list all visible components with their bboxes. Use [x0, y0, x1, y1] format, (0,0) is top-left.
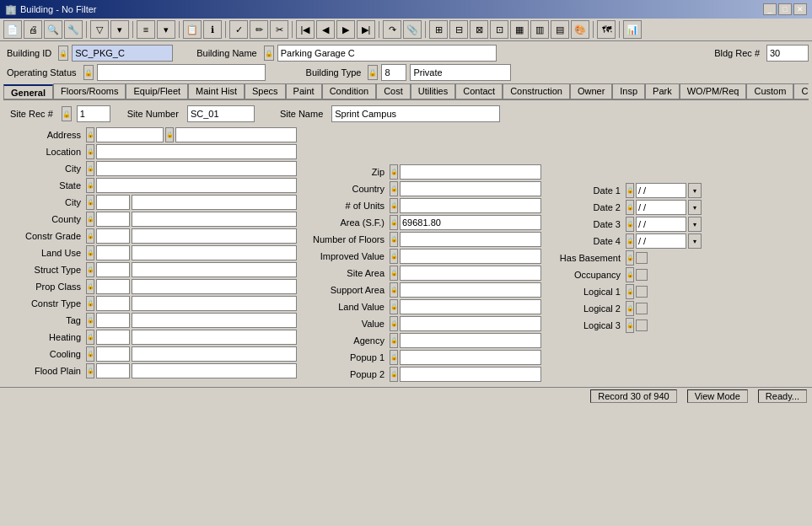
logical1-checkbox[interactable]	[636, 286, 648, 298]
info-button[interactable]: ℹ	[203, 20, 222, 39]
tab-floors-rooms[interactable]: Floors/Rooms	[53, 83, 126, 99]
view-button[interactable]: ≡	[137, 20, 155, 39]
tab-custo[interactable]: Custo...	[793, 83, 809, 99]
tab-insp[interactable]: Insp	[612, 83, 645, 99]
edit-button[interactable]: ✏	[250, 20, 268, 39]
tab-paint[interactable]: Paint	[286, 83, 322, 99]
tab-utilities[interactable]: Utilities	[411, 83, 455, 99]
tools-button[interactable]: 🔧	[64, 20, 83, 39]
popup2-input[interactable]	[400, 367, 541, 382]
cooling-input2[interactable]	[132, 346, 297, 362]
building-type-code-input[interactable]	[381, 64, 406, 81]
tab-custom[interactable]: Custom	[746, 83, 793, 99]
goto-button[interactable]: ↷	[383, 20, 401, 39]
tab-contact[interactable]: Contact	[455, 83, 503, 99]
maximize-button[interactable]: □	[778, 3, 792, 15]
flood-plain-input1[interactable]	[96, 363, 130, 378]
date4-dropdown[interactable]: ▾	[688, 233, 702, 249]
state-input[interactable]	[96, 178, 297, 193]
building-id-input[interactable]	[72, 45, 173, 62]
occupancy-checkbox[interactable]	[636, 269, 648, 281]
grid7-button[interactable]: ▤	[551, 20, 569, 39]
date4-input[interactable]	[636, 233, 686, 249]
address-input1[interactable]	[96, 127, 164, 142]
grid1-button[interactable]: ⊞	[429, 20, 448, 39]
grid2-button[interactable]: ⊟	[449, 20, 468, 39]
prop-class-input2[interactable]	[132, 279, 297, 294]
county-input1[interactable]	[96, 212, 130, 227]
agency-input[interactable]	[400, 333, 541, 348]
logical2-checkbox[interactable]	[636, 303, 648, 314]
minimize-button[interactable]: _	[763, 3, 777, 15]
grid6-button[interactable]: ▥	[530, 20, 549, 39]
tab-owner[interactable]: Owner	[570, 83, 612, 99]
tab-construction[interactable]: Construction	[503, 83, 570, 99]
search-button[interactable]: 🔍	[44, 20, 62, 39]
value-input[interactable]	[400, 316, 541, 331]
site-rec-input[interactable]	[77, 105, 110, 122]
bldg-rec-input[interactable]	[766, 45, 809, 62]
tab-park[interactable]: Park	[645, 83, 680, 99]
title-bar-buttons[interactable]: _ □ ✕	[763, 3, 807, 15]
land-use-input2[interactable]	[132, 245, 297, 260]
popup1-input[interactable]	[400, 350, 541, 365]
city-input[interactable]	[96, 161, 297, 176]
report-button[interactable]: 📊	[623, 20, 642, 39]
tab-equip-fleet[interactable]: Equip/Fleet	[126, 83, 188, 99]
new-button[interactable]: 📄	[3, 20, 22, 39]
struct-type-input2[interactable]	[132, 262, 297, 277]
constr-type-input1[interactable]	[96, 296, 130, 311]
flood-plain-input2[interactable]	[132, 363, 297, 378]
constr-grade-input1[interactable]	[96, 228, 130, 244]
constr-grade-input2[interactable]	[132, 228, 297, 244]
num-floors-input[interactable]	[400, 232, 541, 247]
address-input2[interactable]	[175, 127, 297, 142]
city2-input2[interactable]	[132, 195, 297, 210]
heating-input1[interactable]	[96, 330, 130, 345]
zip-input[interactable]	[400, 164, 541, 180]
county-input2[interactable]	[132, 212, 297, 227]
city2-input1[interactable]	[96, 195, 130, 210]
site-area-input[interactable]	[400, 266, 541, 281]
copy-button[interactable]: 📋	[183, 20, 202, 39]
area-input[interactable]	[400, 215, 541, 230]
view-dropdown[interactable]: ▾	[157, 20, 175, 39]
heating-input2[interactable]	[132, 330, 297, 345]
tab-cost[interactable]: Cost	[376, 83, 411, 99]
date2-dropdown[interactable]: ▾	[688, 200, 702, 215]
date3-dropdown[interactable]: ▾	[688, 217, 702, 232]
land-value-input[interactable]	[400, 299, 541, 314]
grid4-button[interactable]: ⊡	[490, 20, 508, 39]
close-button[interactable]: ✕	[793, 3, 807, 15]
print-button[interactable]: 🖨	[24, 20, 42, 39]
attach-button[interactable]: 📎	[403, 20, 422, 39]
tag-input1[interactable]	[96, 313, 130, 328]
improved-value-input[interactable]	[400, 249, 541, 264]
prev-button[interactable]: ◀	[316, 20, 335, 39]
check-button[interactable]: ✓	[229, 20, 248, 39]
building-name-input[interactable]	[277, 45, 497, 62]
filter-dropdown[interactable]: ▾	[110, 20, 129, 39]
tag-input2[interactable]	[132, 313, 297, 328]
date2-input[interactable]	[636, 200, 686, 215]
constr-type-input2[interactable]	[132, 296, 297, 311]
logical3-checkbox[interactable]	[636, 319, 648, 331]
support-area-input[interactable]	[400, 282, 541, 298]
building-type-value-input[interactable]	[410, 64, 511, 81]
site-name-input[interactable]	[331, 105, 500, 122]
prop-class-input1[interactable]	[96, 279, 130, 294]
date3-input[interactable]	[636, 217, 686, 232]
color-button[interactable]: 🎨	[571, 20, 589, 39]
country-input[interactable]	[400, 181, 541, 196]
tab-wo-pm-req[interactable]: WO/PM/Req	[680, 83, 747, 99]
has-basement-checkbox[interactable]	[636, 252, 648, 264]
tab-specs[interactable]: Specs	[245, 83, 286, 99]
land-use-input1[interactable]	[96, 245, 130, 260]
tab-maint-hist[interactable]: Maint Hist	[188, 83, 245, 99]
struct-type-input1[interactable]	[96, 262, 130, 277]
grid5-button[interactable]: ▦	[510, 20, 529, 39]
next-button[interactable]: ▶	[336, 20, 355, 39]
date1-input[interactable]	[636, 183, 686, 198]
cut-button[interactable]: ✂	[270, 20, 288, 39]
map-button[interactable]: 🗺	[597, 20, 616, 39]
